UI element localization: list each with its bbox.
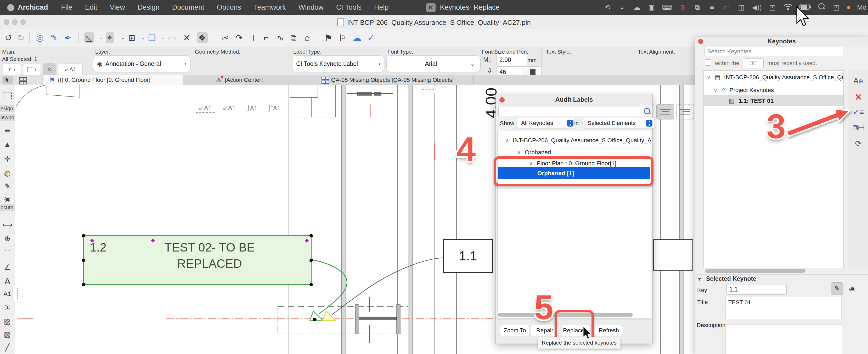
hotspot-diamond[interactable]	[305, 239, 309, 243]
check-tag-button[interactable]: ✓	[367, 32, 375, 43]
stair-tool[interactable]: ≣	[0, 127, 14, 135]
redo-button[interactable]: ↻	[17, 32, 25, 43]
camera-tool[interactable]: ◉	[0, 195, 14, 203]
selection-handle[interactable]	[82, 234, 85, 237]
select-tool-button[interactable]	[2, 76, 13, 84]
zoom-to-button[interactable]: Zoom To	[500, 325, 530, 336]
volume-icon[interactable]: ◀))	[752, 3, 762, 11]
line-tool[interactable]: ╱	[0, 343, 14, 352]
trace-reference-button[interactable]: ❏	[148, 32, 156, 43]
toolbox-group-viewpoint[interactable]: iewpo	[0, 114, 15, 121]
tracker-xy-button[interactable]: ⌖	[106, 32, 114, 43]
split-button[interactable]: ✂	[221, 32, 229, 43]
label-type-dropdown[interactable]: CI Tools Keynote Label›	[292, 56, 384, 72]
camera-icon[interactable]: ▣	[648, 3, 655, 11]
menu-clock[interactable]: Mo	[857, 3, 866, 11]
selection-handle[interactable]	[82, 259, 85, 262]
keynote-label-11[interactable]: 1.1	[443, 239, 493, 273]
menu-help[interactable]: Help	[368, 3, 395, 11]
refresh-button[interactable]: Refresh	[595, 325, 623, 336]
home-story-button[interactable]: ⌂	[305, 32, 310, 43]
keynotes-tree-project[interactable]: ∨ ⌂ Project Keynotes	[714, 86, 774, 94]
selection-handle[interactable]	[309, 283, 313, 286]
trace-dropdown[interactable]: ⌄	[161, 32, 164, 43]
audit-panel-header[interactable]: Audit Labels	[496, 94, 652, 105]
radial-dimension-tool[interactable]: ⌒	[0, 248, 14, 258]
roof-tool[interactable]: ▲	[0, 140, 14, 149]
recently-used-checkbox[interactable]	[705, 59, 711, 66]
delete-keynote-icon[interactable]: ✕	[848, 92, 868, 102]
menu-teamwork[interactable]: Teamwork	[247, 3, 292, 11]
chevron-down-icon[interactable]: ∨	[517, 150, 521, 155]
menu-view[interactable]: View	[103, 3, 131, 11]
angle-dimension-tool[interactable]: ∠	[0, 263, 14, 271]
close-icon[interactable]	[499, 97, 505, 102]
geometry-method-4[interactable]: ⎰⁺A1	[265, 104, 284, 112]
sync-icon[interactable]: ⟲	[603, 3, 611, 11]
selection-handle[interactable]	[309, 259, 313, 262]
snap-grid-dropdown[interactable]: ⌄	[141, 32, 145, 43]
chevron-down-icon[interactable]: ∨	[714, 88, 717, 93]
hatch-tool[interactable]: ▧	[0, 330, 14, 339]
keynotes-panel-header[interactable]: Keynotes	[695, 37, 868, 46]
level-dimension-tool[interactable]: ⊕	[0, 234, 14, 243]
label-tool[interactable]: A1	[0, 290, 14, 297]
zone-tool[interactable]: ✛	[0, 155, 14, 163]
s-app-icon[interactable]: S	[679, 3, 687, 11]
keynote-label-12[interactable]: 1.2 TEST 02- TO BE REPLACED	[83, 235, 312, 285]
pick-up-parameters-button[interactable]: ◎	[36, 32, 44, 43]
search-icon[interactable]	[644, 108, 651, 115]
flag-button[interactable]: ⚑	[324, 32, 332, 43]
align-center-button[interactable]	[656, 104, 674, 120]
curtain-wall-tool[interactable]: ◍	[0, 169, 14, 178]
close-icon[interactable]	[698, 39, 703, 44]
dimension-tool[interactable]: ⟷	[0, 221, 14, 229]
keynotes-tree-root[interactable]: ∨ ▤ INT-BCP-206_Quality Assurance_S Offi…	[707, 74, 843, 81]
pet-palette-chip[interactable]	[13, 285, 22, 302]
sketch-tool[interactable]: ✎	[0, 182, 14, 191]
align-button[interactable]: ⊤	[250, 32, 257, 43]
spotlight-icon[interactable]	[818, 3, 826, 12]
paperclip-toggle-button[interactable]: ⍉	[43, 63, 56, 76]
audit-tree-orphaned[interactable]: ∨ Orphaned	[517, 149, 551, 156]
font-type-dropdown[interactable]: Arial⌄	[386, 56, 480, 72]
tab-qa05-missing-objects[interactable]: QA-05 Missing Objects [QA-05 Missing Obj…	[302, 75, 473, 85]
tracker-dropdown[interactable]: ⌄	[121, 32, 125, 43]
menu-ci-tools[interactable]: CI Tools	[330, 3, 368, 11]
control-center-icon[interactable]: ◰	[832, 3, 840, 11]
eye-icon[interactable]: ◉	[849, 286, 856, 292]
key-input[interactable]: 1.1	[726, 284, 787, 295]
geometry-method-1[interactable]: ↙A1	[196, 104, 215, 113]
audit-search-input[interactable]	[498, 107, 646, 116]
apple-icon[interactable]	[7, 4, 14, 11]
stage-manager-icon[interactable]: ◰	[769, 3, 776, 11]
selection-handle[interactable]	[82, 283, 85, 286]
marker-tool[interactable]: ①	[0, 303, 14, 312]
privacy-icon[interactable]: ◒	[618, 3, 626, 11]
audit-tree-root[interactable]: ∨ INT-BCP-206_Quality Assurance_S Office…	[505, 137, 651, 144]
link-icon[interactable]: ⧉	[693, 3, 701, 11]
selection-handle[interactable]	[309, 234, 313, 237]
cloud-list-button[interactable]: ☁	[353, 32, 361, 43]
measure-button[interactable]: ▭	[168, 32, 176, 43]
arrow-settings-button[interactable]: ⌗ ›	[3, 63, 21, 76]
scope-filter-dropdown[interactable]: Selected Elements ▲▼	[583, 118, 655, 128]
stretch-button[interactable]: ✕	[183, 32, 190, 43]
cloud-icon[interactable]: ☁	[633, 3, 641, 11]
keynotes-tree-list[interactable]: ∨ ▤ INT-BCP-206_Quality Assurance_S Offi…	[704, 70, 844, 268]
intersect-button[interactable]: ⌐	[264, 32, 269, 43]
tab-ground-floor[interactable]: ⚑ (!) 0. Ground Floor [0. Ground Floor]	[43, 75, 183, 85]
adjust-button[interactable]: ↷	[236, 32, 243, 43]
sidebar-icon[interactable]: ◫	[738, 3, 745, 11]
geometry-method-3[interactable]: ⎰A1	[243, 104, 261, 112]
keynotes-hscrollbar[interactable]	[705, 269, 805, 273]
menu-file[interactable]: File	[55, 3, 79, 11]
selected-keynote-section[interactable]: ▼ Selected Keynote	[697, 275, 756, 282]
guide-lines-dropdown[interactable]: ⌄	[99, 32, 103, 43]
wifi-icon[interactable]	[783, 3, 793, 12]
marquee-settings-button[interactable]: ›	[23, 63, 41, 76]
description-textarea[interactable]	[725, 324, 842, 354]
menu-edit[interactable]: Edit	[79, 3, 103, 11]
menu-window[interactable]: Window	[292, 3, 330, 11]
font-size-input[interactable]: 2.00	[497, 54, 527, 66]
